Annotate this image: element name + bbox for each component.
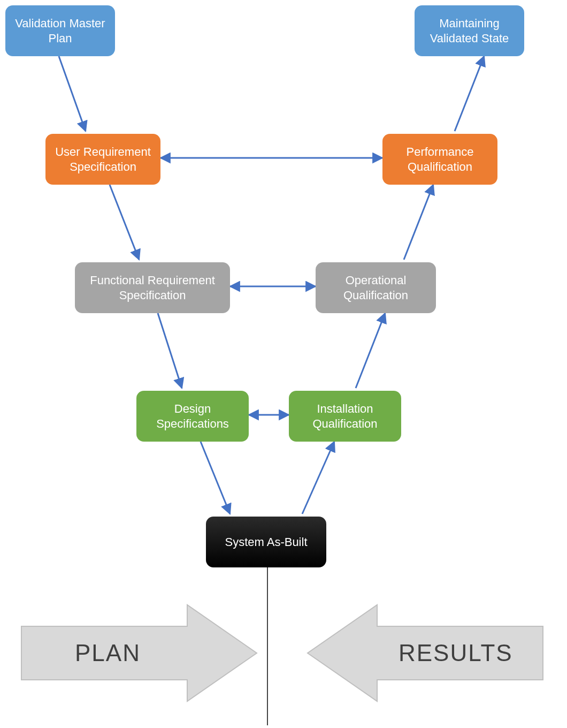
box-label: System As-Built: [225, 535, 307, 550]
arrow-vmp-urs: [59, 56, 86, 131]
box-label: Design Specifications: [144, 401, 241, 431]
box-performance-qualification: Performance Qualification: [382, 134, 497, 185]
arrow-pq-mvs: [455, 56, 484, 131]
label-results: RESULTS: [399, 640, 513, 666]
box-label: Installation Qualification: [296, 401, 394, 431]
box-functional-requirement-spec: Functional Requirement Specification: [75, 262, 230, 313]
box-label: Functional Requirement Specification: [82, 273, 223, 302]
box-design-specifications: Design Specifications: [136, 391, 249, 442]
arrow-iq-oq: [356, 313, 385, 388]
connectors: [0, 0, 567, 728]
box-label: Operational Qualification: [323, 273, 428, 302]
box-validation-master-plan: Validation Master Plan: [5, 5, 115, 56]
box-system-as-built: System As-Built: [206, 517, 326, 567]
arrow-ds-sab: [201, 442, 230, 514]
bottom-arrows: [0, 0, 567, 728]
box-operational-qualification: Operational Qualification: [316, 262, 436, 313]
arrow-oq-pq: [404, 185, 433, 260]
box-maintaining-validated-state: Maintaining Validated State: [415, 5, 524, 56]
label-plan: PLAN: [75, 640, 141, 666]
box-label: Performance Qualification: [390, 145, 490, 174]
arrow-urs-frs: [110, 185, 139, 260]
box-label: Maintaining Validated State: [422, 16, 517, 46]
box-user-requirement-spec: User Requirement Specification: [45, 134, 160, 185]
v-model-diagram: Validation Master Plan Maintaining Valid…: [0, 0, 567, 728]
box-label: Validation Master Plan: [13, 16, 108, 46]
arrow-sab-iq: [302, 442, 334, 514]
arrow-frs-ds: [158, 313, 182, 388]
box-label: User Requirement Specification: [53, 145, 153, 174]
box-installation-qualification: Installation Qualification: [289, 391, 401, 442]
